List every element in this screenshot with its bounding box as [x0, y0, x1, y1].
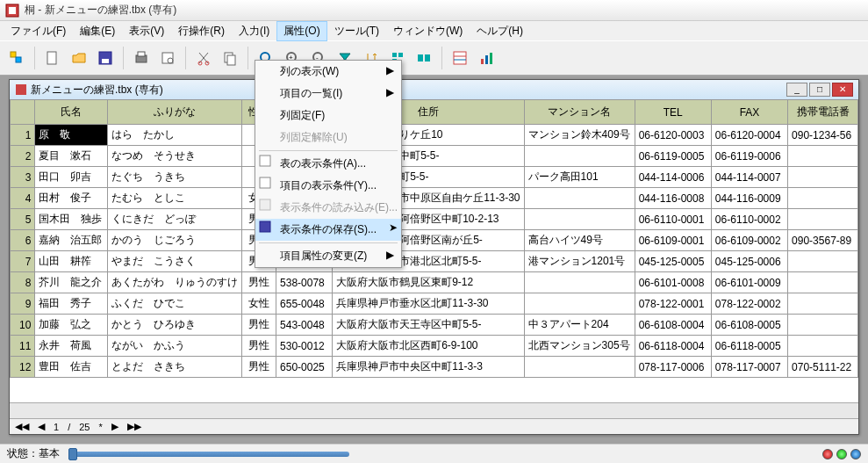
cell-fax[interactable]: 06-6109-0002	[711, 230, 787, 251]
toolbar-new-file-icon[interactable]	[41, 47, 64, 69]
cell-mob[interactable]	[788, 315, 858, 336]
cell-zip[interactable]: 655-0048	[276, 293, 333, 315]
cell-kana[interactable]: くにきだ どっぽ	[108, 209, 242, 230]
col-header-kana[interactable]: ふりがな	[108, 100, 242, 125]
table-row[interactable]: 11永井 荷風ながい かふう男性530-0012大阪府大阪市北区西町6-9-10…	[11, 336, 858, 357]
menu-row[interactable]: 行操作(R)	[171, 21, 232, 41]
data-grid[interactable]: 氏名 ふりがな 性別 郵便番号 住所 マンション名 TEL FAX 携帯電話番 …	[10, 99, 858, 402]
cell-tel[interactable]: 06-6109-0001	[635, 230, 711, 251]
menu-tool[interactable]: ツール(T)	[327, 21, 386, 41]
menu-file[interactable]: ファイル(F)	[4, 21, 73, 41]
cell-addr[interactable]: 大阪府大阪市北区西町6-9-100	[333, 336, 524, 357]
toolbar-cut-icon[interactable]	[192, 47, 215, 69]
cell-addr[interactable]: 大阪府大阪市鶴見区東町9-12	[333, 272, 524, 293]
table-row[interactable]: 4田村 俊子たむら としこ女性神奈川県川崎市中原区自由ケ丘11-3-30044-…	[11, 188, 858, 209]
cell-tel[interactable]: 06-6108-0004	[635, 315, 711, 336]
cell-name[interactable]: 永井 荷風	[35, 336, 108, 357]
table-row[interactable]: 8芥川 龍之介あくたがわ りゅうのすけ男性538-0078大阪府大阪市鶴見区東町…	[11, 272, 858, 293]
cell-fax[interactable]: 06-6120-0004	[711, 125, 787, 146]
cell-tel[interactable]: 06-6118-0004	[635, 336, 711, 357]
cell-tel[interactable]: 078-117-0006	[635, 357, 711, 378]
cell-fax[interactable]: 06-6101-0009	[711, 272, 787, 293]
menu-window[interactable]: ウィンドウ(W)	[386, 21, 470, 41]
col-header-name[interactable]: 氏名	[35, 100, 108, 125]
cell-kana[interactable]: はら たかし	[108, 125, 242, 146]
cell-kana[interactable]: なつめ そうせき	[108, 146, 242, 167]
cell-mob[interactable]: 090-1234-56	[788, 125, 858, 146]
cell-fax[interactable]: 078-117-0007	[711, 357, 787, 378]
doc-minimize-button[interactable]: _	[786, 83, 807, 97]
menu-change-attr[interactable]: 項目属性の変更(Z)▶	[255, 245, 401, 267]
zoom-slider[interactable]	[68, 452, 349, 457]
cell-name[interactable]: 田村 俊子	[35, 188, 108, 209]
menu-col-show[interactable]: 列の表示(W)▶	[255, 61, 401, 83]
cell-name[interactable]: 国木田 独歩	[35, 209, 108, 230]
cell-name[interactable]: 原 敬	[35, 125, 108, 146]
cell-zip[interactable]: 538-0078	[276, 272, 333, 293]
table-row[interactable]: 7山田 耕筰やまだ こうさく男性222-0054神奈川県横浜市港北区北町5-5-…	[11, 251, 858, 272]
cell-tel[interactable]: 06-6101-0008	[635, 272, 711, 293]
toolbar-save-icon[interactable]	[94, 47, 117, 69]
menu-item-cond[interactable]: 項目の表示条件(Y)...	[255, 175, 401, 197]
cell-name[interactable]: 嘉納 治五郎	[35, 230, 108, 251]
menu-input[interactable]: 入力(I)	[232, 21, 276, 41]
cell-mob[interactable]: 070-5111-22	[788, 357, 858, 378]
cell-mansion[interactable]	[524, 272, 635, 293]
toolbar-form-icon[interactable]	[448, 47, 471, 69]
cell-tel[interactable]: 044-114-0006	[635, 167, 711, 188]
cell-mansion[interactable]: パーク高田101	[524, 167, 635, 188]
cell-mob[interactable]	[788, 251, 858, 272]
cell-name[interactable]: 福田 秀子	[35, 293, 108, 315]
cell-mob[interactable]	[788, 188, 858, 209]
cell-addr[interactable]: 兵庫県神戸市垂水区北町11-3-30	[333, 293, 524, 315]
cell-kana[interactable]: かのう じごろう	[108, 230, 242, 251]
cell-tel[interactable]: 06-6110-0001	[635, 209, 711, 230]
cell-mansion[interactable]	[524, 209, 635, 230]
cell-mob[interactable]	[788, 293, 858, 315]
menu-edit[interactable]: 編集(E)	[73, 21, 122, 41]
cell-fax[interactable]: 044-116-0009	[711, 188, 787, 209]
cell-mansion[interactable]: 北西マンション305号	[524, 336, 635, 357]
cell-sex[interactable]: 男性	[242, 315, 276, 336]
cell-tel[interactable]: 06-6120-0003	[635, 125, 711, 146]
menu-item-list[interactable]: 項目の一覧(I)▶	[255, 83, 401, 105]
horizontal-scrollbar[interactable]	[10, 402, 858, 418]
cell-name[interactable]: 豊田 佐吉	[35, 357, 108, 378]
cell-kana[interactable]: あくたがわ りゅうのすけ	[108, 272, 242, 293]
cell-fax[interactable]: 06-6119-0006	[711, 146, 787, 167]
cell-addr[interactable]: 大阪府大阪市天王寺区中町5-5-	[333, 315, 524, 336]
toolbar-copy-icon[interactable]	[219, 47, 241, 69]
col-header-tel[interactable]: TEL	[635, 100, 711, 125]
cell-name[interactable]: 芥川 龍之介	[35, 272, 108, 293]
cell-mansion[interactable]	[524, 293, 635, 315]
nav-prev-icon[interactable]: ◀	[38, 421, 45, 432]
menu-help[interactable]: ヘルプ(H)	[470, 21, 530, 41]
cell-mansion[interactable]	[524, 357, 635, 378]
table-row[interactable]: 3田口 卯吉たぐち うきち崎市中原区中町5-5-パーク高田101044-114-…	[11, 167, 858, 188]
cell-mob[interactable]	[788, 167, 858, 188]
cell-mob[interactable]	[788, 146, 858, 167]
menu-view[interactable]: 表示(V)	[122, 21, 171, 41]
menu-attr[interactable]: 属性(O)	[276, 21, 326, 41]
doc-close-button[interactable]: ✕	[832, 83, 853, 97]
cell-mob[interactable]	[788, 272, 858, 293]
cell-kana[interactable]: かとう ひろゆき	[108, 315, 242, 336]
cell-kana[interactable]: やまだ こうさく	[108, 251, 242, 272]
cell-mansion[interactable]	[524, 188, 635, 209]
doc-maximize-button[interactable]: □	[809, 83, 830, 97]
table-row[interactable]: 2夏目 漱石なつめ そうせき阪市天王寺区中町5-5-06-6119-000506…	[11, 146, 858, 167]
col-header-mob[interactable]: 携帯電話番	[788, 100, 858, 125]
cell-mansion[interactable]: 高台ハイツ49号	[524, 230, 635, 251]
table-row[interactable]: 5国木田 独歩くにきだ どっぽ男性545-0050大阪府大阪市阿倍野区中町10-…	[11, 209, 858, 230]
menu-table-cond[interactable]: 表の表示条件(A)...	[255, 153, 401, 175]
table-row[interactable]: 9福田 秀子ふくだ ひでこ女性655-0048兵庫県神戸市垂水区北町11-3-3…	[11, 293, 858, 315]
cell-zip[interactable]: 650-0025	[276, 357, 333, 378]
toolbar-preview-icon[interactable]	[156, 47, 179, 69]
cell-tel[interactable]: 078-122-0001	[635, 293, 711, 315]
toolbar-chart-icon[interactable]	[475, 47, 498, 69]
cell-name[interactable]: 夏目 漱石	[35, 146, 108, 167]
cell-kana[interactable]: とよだ さきち	[108, 357, 242, 378]
cell-fax[interactable]: 078-122-0002	[711, 293, 787, 315]
cell-sex[interactable]: 男性	[242, 272, 276, 293]
cell-addr[interactable]: 兵庫県神戸市中央区中町11-3-3	[333, 357, 524, 378]
